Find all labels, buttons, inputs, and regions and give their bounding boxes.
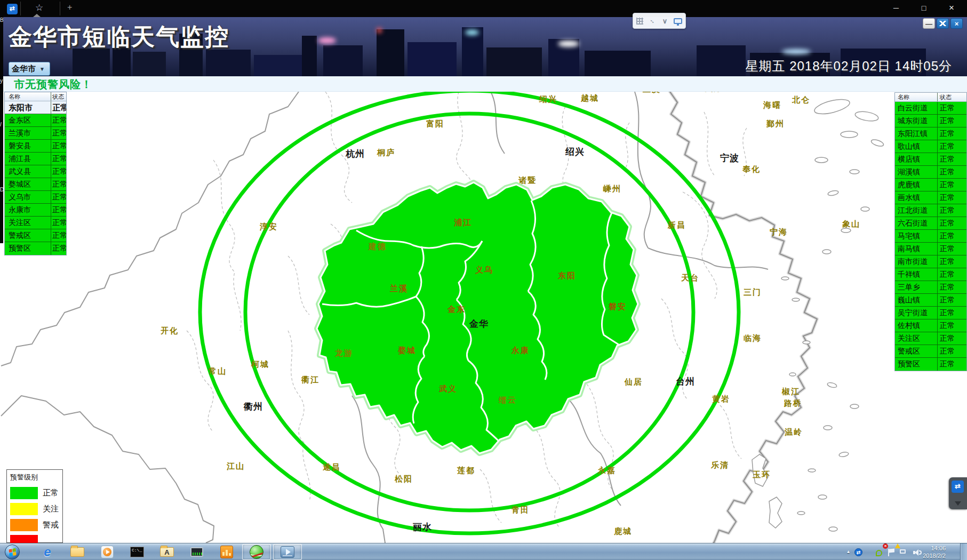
window-close-button[interactable]: × (944, 2, 960, 14)
table-row[interactable]: 白云街道正常 (895, 102, 966, 115)
folder-a-icon: A (160, 547, 174, 557)
table-row[interactable]: 画水镇正常 (895, 191, 966, 204)
region-name-cell: 浦江县 (5, 153, 51, 165)
window-maximize-button[interactable]: □ (916, 2, 932, 14)
region-name-cell: 虎鹿镇 (895, 179, 937, 191)
table-row[interactable]: 浦江县正常 (5, 153, 66, 165)
remote-view-toolbar: ↔ ∨ (633, 13, 686, 29)
region-name-cell: 佐村镇 (895, 319, 937, 332)
region-name-cell: 磐安县 (5, 140, 51, 152)
table-row[interactable]: 马宅镇正常 (895, 230, 966, 243)
taskbar-weather-app-active[interactable] (242, 544, 271, 560)
table-row[interactable]: 千祥镇正常 (895, 268, 966, 281)
legend-title: 预警级别 (7, 470, 62, 483)
region-name-cell: 东阳江镇 (895, 127, 937, 140)
column-header-status[interactable]: 状态 (51, 92, 66, 101)
taskbar-system-monitor[interactable] (182, 544, 211, 560)
windows-logo-icon (9, 548, 16, 556)
table-row[interactable]: 磐安县正常 (5, 140, 66, 153)
region-name-cell: 关注区 (895, 332, 937, 345)
column-header-status[interactable]: 状态 (937, 93, 966, 101)
table-row[interactable]: 三单乡正常 (895, 281, 966, 294)
show-desktop-button[interactable] (960, 543, 967, 560)
taskbar-file-explorer[interactable] (63, 544, 92, 560)
region-name-cell: 南马镇 (895, 243, 937, 255)
table-row[interactable]: 婺城区正常 (5, 178, 66, 191)
grid-icon[interactable] (636, 18, 643, 25)
start-button[interactable] (5, 545, 20, 559)
table-row[interactable]: 横店镇正常 (895, 153, 966, 166)
new-tab-button[interactable]: + (67, 3, 72, 12)
table-row[interactable]: 南市街道正常 (895, 255, 966, 268)
region-name-cell: 预警区 (895, 358, 937, 371)
chevron-down-icon[interactable]: ∨ (662, 17, 668, 25)
collapse-arrow-icon (955, 501, 961, 506)
table-row[interactable]: 湖溪镇正常 (895, 166, 966, 179)
table-row[interactable]: 预警区正常 (895, 358, 966, 371)
taskbar-office-app[interactable] (212, 544, 241, 560)
taskbar-command-prompt[interactable]: C:\_ (123, 544, 151, 560)
table-row[interactable]: 关注区正常 (5, 217, 66, 229)
status-cell: 正常 (51, 127, 66, 139)
column-header-name[interactable]: 名称 (895, 93, 937, 101)
table-row[interactable]: 歌山镇正常 (895, 140, 966, 153)
show-hidden-icons[interactable]: ▴ (847, 548, 850, 554)
table-row[interactable]: 巍山镇正常 (895, 294, 966, 307)
status-cell: 正常 (51, 114, 66, 126)
table-row[interactable]: 六石街道正常 (895, 217, 966, 230)
expand-arrows-icon[interactable]: ↔ (648, 16, 658, 26)
status-cell: 正常 (937, 243, 966, 255)
table-row[interactable]: 城东街道正常 (895, 115, 966, 127)
map-canvas[interactable]: 杭州绍兴宁波金华衢州台州丽水富阳绍兴越城上虞余姚海曙北仑鄞州桐庐诸暨嵊州奉化淳安… (0, 92, 967, 543)
table-row[interactable]: 警戒区正常 (5, 229, 66, 242)
app-header: 金华市短临天气监控 金华市 ▼ 星期五 2018年02月02日 14时05分 —… (3, 17, 967, 76)
taskbar-clock[interactable]: 14:06 2018/2/2 (923, 545, 946, 559)
teamviewer-tray-icon[interactable]: ⇄ (854, 548, 862, 556)
table-row[interactable]: 虎鹿镇正常 (895, 179, 966, 191)
region-name-cell: 南市街道 (895, 255, 937, 268)
table-row[interactable]: 佐村镇正常 (895, 319, 966, 332)
region-name-cell: 预警区 (5, 242, 51, 255)
status-cell: 正常 (937, 140, 966, 153)
tab-divider (60, 2, 60, 15)
window-minimize-button[interactable]: ─ (888, 2, 904, 14)
city-selector-dropdown[interactable]: 金华市 ▼ (9, 62, 50, 76)
skyline-decoration (407, 42, 457, 76)
table-row[interactable]: 江北街道正常 (895, 204, 966, 217)
status-cell: 正常 (51, 217, 66, 229)
table-row[interactable]: 吴宁街道正常 (895, 307, 966, 319)
table-row[interactable]: 义乌市正常 (5, 191, 66, 204)
teamviewer-icon[interactable]: ⇄ (7, 4, 18, 14)
table-row[interactable]: 金东区正常 (5, 114, 66, 127)
jinhua-region[interactable] (317, 182, 638, 453)
table-header: 名称 状态 (5, 92, 66, 101)
table-row[interactable]: 兰溪市正常 (5, 127, 66, 140)
panel-minimize-button[interactable]: — (923, 18, 935, 29)
table-row[interactable]: 南马镇正常 (895, 243, 966, 255)
table-row[interactable]: 永康市正常 (5, 204, 66, 217)
table-row[interactable]: 东阳江镇正常 (895, 127, 966, 140)
monitor-waveform-icon (190, 547, 203, 557)
panel-close-button[interactable]: × (950, 18, 963, 29)
teamviewer-side-tab[interactable]: ⇄ (949, 477, 967, 509)
taskbar-player-app-active[interactable] (273, 544, 302, 560)
active-tab-indicator (33, 14, 41, 17)
desktop-text-fragment: B (0, 17, 3, 23)
taskbar-internet-explorer[interactable]: e (33, 544, 62, 560)
table-row[interactable]: 警戒区正常 (895, 345, 966, 358)
status-cell: 正常 (937, 102, 966, 114)
table-row[interactable]: 关注区正常 (895, 332, 966, 345)
taskbar-media-player[interactable] (93, 544, 122, 560)
region-name-cell: 马宅镇 (895, 230, 937, 242)
table-row[interactable]: 武义县正常 (5, 165, 66, 178)
region-name-cell: 婺城区 (5, 178, 51, 190)
taskbar-fonts-folder[interactable]: A (153, 544, 181, 560)
monitor-icon[interactable] (674, 18, 682, 24)
table-row[interactable]: 预警区正常 (5, 242, 66, 255)
region-name-cell: 六石街道 (895, 217, 937, 229)
status-cell: 正常 (51, 140, 66, 152)
table-row[interactable]: 东阳市正常 (5, 101, 66, 114)
column-header-name[interactable]: 名称 (5, 92, 51, 101)
panel-fullscreen-button[interactable] (937, 18, 949, 29)
favorite-star-icon[interactable]: ☆ (35, 2, 43, 13)
